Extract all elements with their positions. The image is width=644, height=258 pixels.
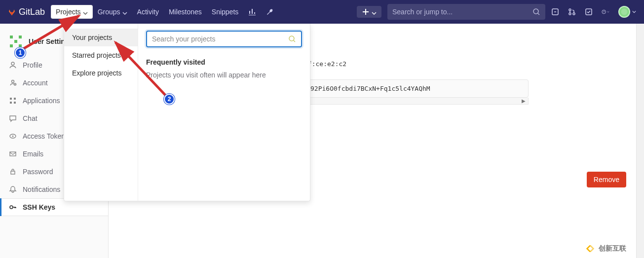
frequently-visited-title: Frequently visited xyxy=(146,58,302,66)
chevron-down-icon xyxy=(372,9,377,14)
brand[interactable]: GitLab xyxy=(8,7,45,17)
key-icon xyxy=(9,203,17,211)
dropdown-starred-projects[interactable]: Starred projects xyxy=(64,46,138,64)
todos-icon[interactable] xyxy=(585,8,593,16)
svg-point-21 xyxy=(12,136,14,137)
watermark: 创新互联 xyxy=(585,243,626,254)
frequently-visited-subtitle: Projects you visit often will appear her… xyxy=(146,71,302,79)
svg-point-2 xyxy=(569,9,571,11)
svg-rect-22 xyxy=(10,152,16,156)
applications-icon xyxy=(9,97,17,105)
sidebar-item-label: Profile xyxy=(23,61,42,69)
svg-point-3 xyxy=(569,13,571,15)
nav-milestones[interactable]: Milestones xyxy=(164,4,207,20)
dropdown-category-list: Your projects Starred projects Explore p… xyxy=(64,24,138,201)
nav-projects-label: Projects xyxy=(56,8,81,16)
issues-icon[interactable] xyxy=(551,8,559,16)
svg-rect-19 xyxy=(14,102,16,104)
remove-button[interactable]: Remove xyxy=(587,172,626,187)
search-icon xyxy=(532,8,540,16)
svg-text:?: ? xyxy=(603,10,605,13)
scroll-right-icon[interactable]: ▶ xyxy=(520,98,527,104)
svg-rect-16 xyxy=(10,98,12,100)
chat-icon xyxy=(9,114,17,122)
annotation-marker-1: 1 xyxy=(15,47,26,58)
sidebar-item-label: Access Tokens xyxy=(23,132,69,140)
nav-groups-label: Groups xyxy=(98,8,120,16)
bell-icon xyxy=(9,185,17,193)
help-icon[interactable]: ? xyxy=(602,8,609,16)
project-search[interactable] xyxy=(146,31,302,47)
project-search-input[interactable] xyxy=(152,35,285,43)
identicon-icon xyxy=(8,34,24,49)
nav-analytics[interactable] xyxy=(243,4,261,20)
plus-icon xyxy=(362,8,370,16)
svg-rect-18 xyxy=(10,102,12,104)
email-icon xyxy=(9,150,17,158)
account-icon xyxy=(9,79,17,87)
sidebar-item-label: Account xyxy=(23,79,48,87)
new-button[interactable] xyxy=(357,6,381,18)
top-navbar: GitLab Projects Groups Activity Mileston… xyxy=(0,0,644,24)
profile-icon xyxy=(9,61,17,69)
nav-projects[interactable]: Projects xyxy=(51,5,93,19)
bar-chart-icon xyxy=(248,8,256,16)
svg-rect-23 xyxy=(11,171,15,174)
brand-name: GitLab xyxy=(19,7,45,17)
svg-rect-9 xyxy=(19,36,22,38)
user-menu[interactable] xyxy=(618,6,636,18)
sidebar-item-label: Chat xyxy=(23,114,38,122)
svg-point-24 xyxy=(10,206,13,209)
nav-groups[interactable]: Groups xyxy=(93,4,132,20)
search-input[interactable] xyxy=(392,8,532,16)
svg-rect-8 xyxy=(10,36,13,38)
chevron-down-icon xyxy=(83,9,88,14)
svg-point-14 xyxy=(12,80,14,83)
page-scrollbar[interactable] xyxy=(636,0,644,258)
nav-snippets[interactable]: Snippets xyxy=(207,4,243,20)
sidebar-item-label: Password xyxy=(23,168,53,176)
avatar xyxy=(618,6,630,18)
sidebar-item-label: Applications xyxy=(23,97,60,105)
nav-admin[interactable] xyxy=(261,4,279,20)
lock-icon xyxy=(9,168,17,176)
right-icon-group: ? xyxy=(551,6,636,18)
dropdown-explore-projects[interactable]: Explore projects xyxy=(64,64,138,82)
sidebar-item-label: Notifications xyxy=(23,185,60,193)
chevron-down-icon xyxy=(122,9,127,14)
global-search[interactable] xyxy=(387,4,545,20)
projects-dropdown: Your projects Starred projects Explore p… xyxy=(64,24,310,201)
merge-request-icon[interactable] xyxy=(568,8,576,16)
search-icon xyxy=(288,35,296,43)
svg-rect-17 xyxy=(14,98,16,100)
nav-activity[interactable]: Activity xyxy=(132,4,164,20)
watermark-icon xyxy=(585,243,596,254)
svg-point-0 xyxy=(533,9,538,14)
svg-rect-10 xyxy=(14,40,17,43)
dropdown-right-panel: Frequently visited Projects you visit of… xyxy=(138,24,310,201)
svg-point-25 xyxy=(289,36,294,41)
svg-rect-11 xyxy=(10,44,13,47)
token-icon xyxy=(9,132,17,140)
wrench-icon xyxy=(266,8,274,16)
svg-point-4 xyxy=(573,13,575,15)
gitlab-logo-icon xyxy=(8,8,16,16)
sidebar-item-label: Emails xyxy=(23,150,43,158)
svg-point-13 xyxy=(11,62,14,65)
sidebar-item-label: SSH Keys xyxy=(23,203,55,211)
dropdown-your-projects[interactable]: Your projects xyxy=(64,29,138,46)
annotation-marker-2: 2 xyxy=(164,94,175,105)
